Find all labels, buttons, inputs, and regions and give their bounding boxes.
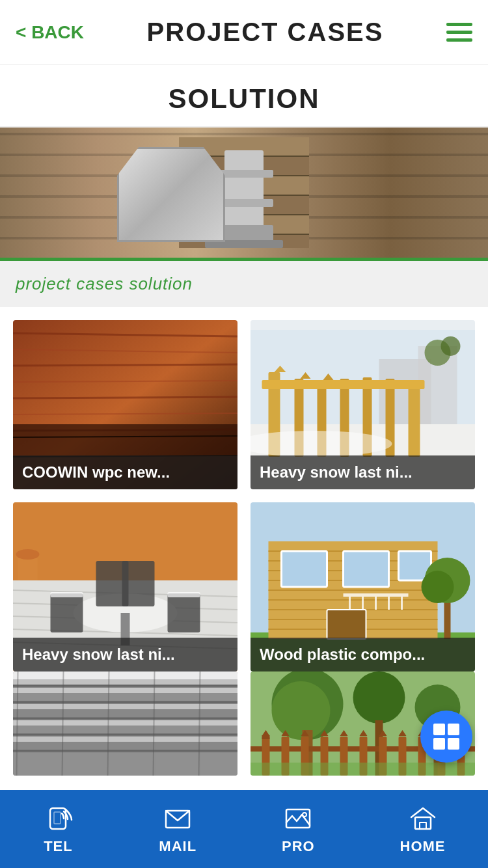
svg-rect-19 [205,240,283,248]
item-2-caption: Heavy snow last ni... [251,455,475,489]
svg-rect-13 [215,170,273,178]
svg-rect-104 [13,753,237,776]
svg-rect-12 [224,150,264,235]
svg-point-59 [16,549,40,560]
svg-rect-67 [168,592,200,597]
nav-item-pro[interactable]: PRO [282,803,315,855]
fab-grid-icon [433,724,459,750]
svg-rect-106 [13,688,237,693]
nav-item-mail[interactable]: MAIL [159,803,197,855]
svg-rect-83 [327,610,366,639]
tel-label: TEL [44,838,73,855]
header: < BACK PROJECT CASES [0,0,488,65]
grid-item[interactable]: Heavy snow last ni... [13,502,237,671]
partial-grid-item[interactable] [13,671,237,776]
svg-rect-148 [54,812,61,824]
mail-icon [162,803,193,834]
fab-button[interactable] [420,711,472,763]
svg-line-23 [13,364,237,366]
fab-grid-cell-4 [448,738,459,750]
menu-line-3 [446,38,472,42]
svg-rect-109 [13,737,237,742]
item-3-caption: Heavy snow last ni... [13,638,237,671]
svg-point-119 [353,671,405,724]
home-icon [407,803,439,834]
svg-rect-14 [215,199,273,207]
bottom-navigation: TEL MAIL PRO H [0,790,488,868]
menu-line-1 [446,23,472,26]
item-4-caption: Wood plastic compo... [251,638,475,671]
home-label: HOME [400,838,446,855]
svg-rect-65 [122,561,155,606]
item-5-image [13,671,237,776]
image-icon [282,803,314,834]
hero-image [0,128,488,258]
menu-button[interactable] [446,23,472,42]
grid-item[interactable]: COOWIN wpc new... [13,320,237,489]
svg-rect-147 [251,763,475,776]
svg-rect-41 [409,380,420,457]
menu-line-2 [446,31,472,34]
nav-item-home[interactable]: HOME [400,803,446,855]
svg-point-117 [272,681,331,740]
bracket-svg [179,137,309,248]
svg-point-48 [441,336,461,356]
svg-rect-62 [51,593,83,632]
fab-grid-cell-2 [448,724,459,735]
hero-detail [0,128,488,258]
svg-point-151 [303,813,306,817]
back-button[interactable]: < BACK [16,22,84,43]
nav-item-tel[interactable]: TEL [42,803,74,855]
svg-line-25 [13,397,237,398]
svg-point-92 [422,571,454,603]
grid-container: COOWIN wpc new... [0,307,488,671]
svg-rect-153 [420,822,426,829]
svg-rect-81 [344,551,389,587]
pro-label: PRO [282,838,315,855]
grid-item[interactable]: Heavy snow last ni... [251,320,475,489]
svg-rect-42 [262,380,425,389]
svg-rect-105 [13,671,237,679]
svg-rect-63 [168,593,200,632]
grid-item[interactable]: Wood plastic compo... [251,502,475,671]
svg-rect-80 [282,551,327,587]
svg-rect-46 [251,320,475,330]
sub-header-title: SOLUTION [0,65,488,128]
fab-grid-cell-1 [433,724,445,735]
mail-label: MAIL [159,838,197,855]
svg-rect-84 [344,593,409,597]
svg-rect-108 [13,720,237,726]
fab-grid-cell-3 [433,738,445,750]
item-1-caption: COOWIN wpc new... [13,455,237,489]
phone-icon [42,803,74,834]
svg-rect-107 [13,704,237,709]
svg-rect-66 [51,592,83,597]
section-label: project cases solution [0,261,488,307]
page-title: PROJECT CASES [147,18,384,47]
